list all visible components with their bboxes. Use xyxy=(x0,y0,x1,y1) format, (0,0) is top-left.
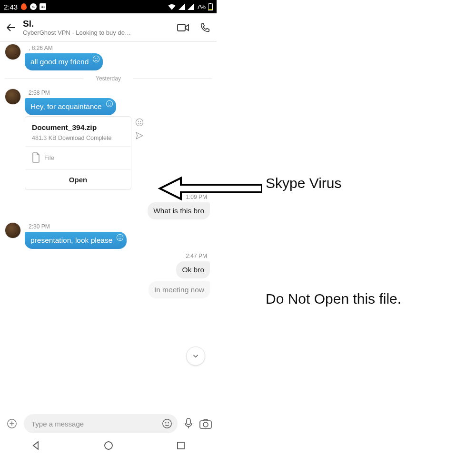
message-text: In meeting now xyxy=(154,286,204,294)
svg-point-7 xyxy=(106,100,112,107)
annotation-label-virus: Skype Virus xyxy=(266,175,342,191)
message-time: 2:30 PM xyxy=(29,223,212,230)
message-text: What is this bro xyxy=(153,207,204,215)
message-time: 2:58 PM xyxy=(29,89,212,96)
video-call-button[interactable] xyxy=(177,21,190,34)
signal-icon-2 xyxy=(188,3,194,10)
avatar[interactable] xyxy=(5,89,21,105)
nav-home-icon[interactable] xyxy=(104,441,113,450)
svg-point-10 xyxy=(136,119,143,126)
date-divider: Yesterday xyxy=(5,75,212,82)
svg-point-23 xyxy=(105,442,112,449)
audio-call-button[interactable] xyxy=(198,21,212,34)
chat-header: Sl. CyberGhost VPN - Looking to buy de… xyxy=(0,13,217,42)
svg-point-17 xyxy=(163,419,171,428)
message-input[interactable]: Type a message xyxy=(24,414,178,433)
svg-rect-24 xyxy=(178,442,184,449)
contact-subtitle: CyberGhost VPN - Looking to buy de… xyxy=(23,29,171,36)
svg-point-12 xyxy=(140,121,141,122)
annotation-label-warning: Do Not Open this file. xyxy=(266,288,401,309)
file-meta: 481.3 KB Download Complete xyxy=(32,135,124,141)
svg-point-11 xyxy=(138,121,139,122)
file-icon xyxy=(32,152,40,163)
attach-button[interactable] xyxy=(5,416,19,431)
message-incoming: 2:30 PM presentation, look please xyxy=(5,222,212,249)
react-icon[interactable] xyxy=(135,118,144,127)
message-bubble[interactable]: Ok bro xyxy=(176,261,210,278)
canvas: 2:43 s 31 7% xyxy=(0,0,476,456)
message-bubble[interactable]: presentation, look please xyxy=(25,232,127,249)
svg-rect-2 xyxy=(209,9,212,10)
message-bubble[interactable]: Hey, for acquaintance xyxy=(25,98,116,115)
message-time: , 8:26 AM xyxy=(29,45,212,51)
phone-frame: 2:43 s 31 7% xyxy=(0,0,217,456)
svg-point-13 xyxy=(117,234,123,240)
nav-recent-icon[interactable] xyxy=(177,441,185,450)
camera-icon[interactable] xyxy=(199,417,212,430)
message-text: all good my friend xyxy=(30,58,89,66)
message-bubble[interactable]: In meeting now xyxy=(149,281,210,298)
svg-rect-3 xyxy=(178,24,185,31)
spotify-icon: s xyxy=(30,3,37,10)
file-attachment[interactable]: Document_394.zip 481.3 KB Download Compl… xyxy=(25,116,131,190)
svg-rect-20 xyxy=(187,418,190,425)
microphone-icon[interactable] xyxy=(182,417,195,430)
chat-body[interactable]: , 8:26 AM all good my friend Yesterday 2… xyxy=(0,42,217,410)
svg-point-14 xyxy=(119,237,120,238)
signal-icon xyxy=(178,3,185,10)
battery-percent: 7% xyxy=(197,3,206,10)
message-bubble[interactable]: What is this bro xyxy=(148,202,210,219)
react-icon[interactable] xyxy=(106,100,113,108)
emoji-icon[interactable] xyxy=(161,418,173,429)
svg-point-5 xyxy=(95,58,96,59)
battery-icon xyxy=(208,3,213,10)
message-incoming: , 8:26 AM all good my friend xyxy=(5,44,212,70)
message-text: Ok bro xyxy=(182,266,204,274)
svg-point-15 xyxy=(121,237,122,238)
file-name: Document_394.zip xyxy=(32,123,124,132)
svg-point-4 xyxy=(93,56,99,62)
message-time: 2:47 PM xyxy=(186,253,207,259)
svg-point-22 xyxy=(203,422,208,427)
react-icon[interactable] xyxy=(92,55,100,63)
back-button[interactable] xyxy=(5,21,17,34)
calendar-icon: 31 xyxy=(40,3,46,10)
forward-icon[interactable] xyxy=(135,131,144,140)
avatar[interactable] xyxy=(5,44,21,60)
message-composer: Type a message xyxy=(0,410,217,435)
scroll-down-button[interactable] xyxy=(186,347,205,366)
svg-point-19 xyxy=(168,422,169,423)
message-bubble[interactable]: all good my friend xyxy=(25,53,103,70)
status-time: 2:43 xyxy=(4,3,18,11)
react-icon[interactable] xyxy=(116,234,124,241)
svg-point-6 xyxy=(97,58,98,59)
contact-name[interactable]: Sl. xyxy=(23,19,171,29)
file-type-label: File xyxy=(44,154,54,161)
message-outgoing: 2:47 PM Ok bro xyxy=(5,252,212,278)
file-open-button[interactable]: Open xyxy=(25,169,131,189)
android-status-bar: 2:43 s 31 7% xyxy=(0,0,217,13)
wifi-icon xyxy=(168,3,176,10)
tinder-icon xyxy=(20,3,27,10)
nav-back-icon[interactable] xyxy=(31,441,41,450)
message-text: presentation, look please xyxy=(30,236,112,244)
avatar[interactable] xyxy=(5,222,21,238)
annotation-arrow-icon xyxy=(157,175,262,202)
svg-point-8 xyxy=(108,103,109,104)
svg-point-18 xyxy=(165,422,166,423)
android-nav-bar xyxy=(0,435,217,456)
message-text: Hey, for acquaintance xyxy=(30,102,102,110)
svg-point-9 xyxy=(110,103,111,104)
message-input-placeholder: Type a message xyxy=(31,420,161,428)
message-outgoing-partial: In meeting now xyxy=(5,281,212,298)
